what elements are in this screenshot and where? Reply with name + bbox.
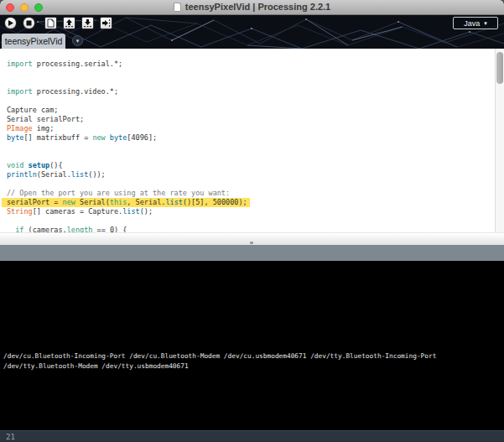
current-line-number: 21 [6,433,15,441]
tab-menu-caret-icon: ▾ [76,38,80,44]
save-down-arrow-icon [83,18,92,28]
code-lines: import processing.serial.*; import proce… [0,49,495,232]
code-line [7,69,495,78]
code-line [7,96,495,106]
document-icon [174,3,181,12]
code-line-highlighted: serialPort = new Serial(this, Serial.lis… [2,198,250,207]
window-title-text: teensyPixelVid | Processing 2.2.1 [185,2,330,12]
processing-window: teensyPixelVid | Processing 2.2.1 [0,0,504,442]
mode-label: Java [464,19,480,28]
stop-button[interactable] [23,17,35,29]
save-sketch-button[interactable] [81,17,94,29]
code-line [7,143,495,152]
code-line [7,78,495,87]
code-line [7,216,495,226]
code-line: String[] cameras = Capture.list(); [7,207,495,216]
console-line: /dev/tty.Bluetooth-Modem /dev/tty.usbmod… [3,361,504,372]
editor-vertical-scrollbar[interactable] [495,49,504,232]
code-line: import processing.video.*; [7,87,495,96]
new-sketch-button[interactable] [44,17,57,29]
code-line [7,152,495,161]
code-line: import processing.serial.*; [7,60,495,69]
open-up-arrow-icon [65,18,74,28]
export-right-arrow-icon [101,18,111,28]
code-line: if (cameras.length == 0) { [7,226,495,232]
message-area [0,245,504,261]
new-file-icon [46,18,55,28]
play-icon [7,19,14,27]
console-output: /dev/cu.Bluetooth-Incoming-Port /dev/cu.… [0,351,504,372]
title-bar: teensyPixelVid | Processing 2.2.1 [0,0,504,15]
mode-selector-java[interactable]: Java ▾ [453,17,498,29]
code-line: Capture cam; [7,106,495,115]
tab-teensypixelvid[interactable]: teensyPixelVid [2,34,65,49]
status-bar: 21 [0,430,504,442]
console: /dev/cu.Bluetooth-Incoming-Port /dev/cu.… [0,261,504,430]
code-line: PImage img; [7,124,495,133]
tab-label: teensyPixelVid [5,36,63,46]
code-line: Serial serialPort; [7,115,495,124]
window-title: teensyPixelVid | Processing 2.2.1 [0,2,504,12]
code-line: void setup(){ [7,161,495,170]
tab-menu-button[interactable]: ▾ [72,35,83,46]
console-line: /dev/cu.Bluetooth-Incoming-Port /dev/cu.… [3,351,504,361]
code-line: byte[] matrixbuff = new byte[4096]; [7,133,495,143]
chevron-down-icon: ▾ [484,20,487,26]
toolbar-buttons [4,17,118,29]
code-editor[interactable]: import processing.serial.*; import proce… [0,49,495,232]
editor-horizontal-scrollbar[interactable] [0,232,504,245]
run-button[interactable] [4,17,17,29]
export-application-button[interactable] [100,17,112,29]
open-sketch-button[interactable] [63,17,75,29]
toolbar: Java ▾ teensyPixelVid ▾ [0,15,504,49]
code-line: // Open the port you are using at the ra… [7,189,495,198]
code-line: println(Serial.list()); [7,170,495,179]
stop-icon [25,19,33,27]
code-line [7,179,495,189]
splitter-handle[interactable] [250,242,253,244]
vertical-scrollbar-thumb[interactable] [496,52,503,84]
